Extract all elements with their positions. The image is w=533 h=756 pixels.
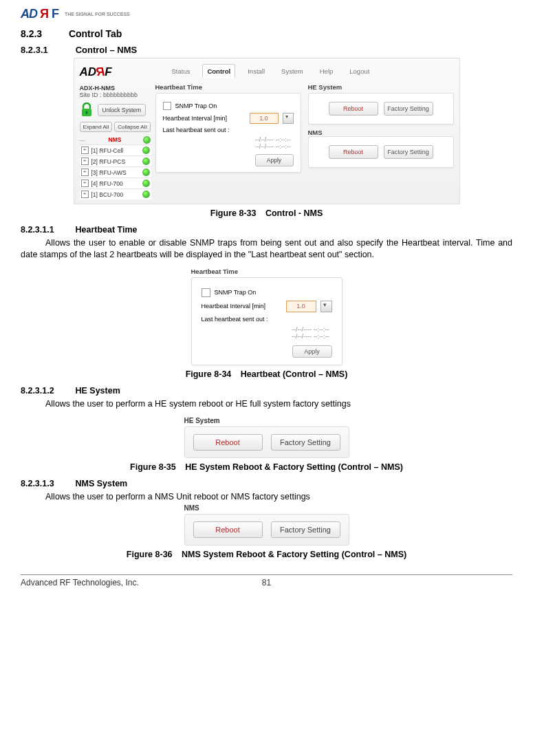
heading-number: 8.2.3.1 [21,45,73,55]
nms-factory-button[interactable]: Factory Setting [271,521,340,538]
footer-page-number: 81 [262,578,271,587]
paragraph-nms-system: Allows the user to perform a NMS Unit re… [21,491,512,503]
tab-help[interactable]: Help [316,65,338,78]
timestamp-1: --/--/---- --:--:-- [163,136,294,143]
sidebar-site-id: Site ID : bbbbbbbbbb [80,91,151,98]
sidebar: ADRF ADX-H-NMS Site ID : bbbbbbbbbb Unlo… [74,58,155,204]
he-reboot-button[interactable]: Reboot [329,102,378,116]
snmp-trap-checkbox[interactable] [202,288,210,297]
snmp-trap-checkbox[interactable] [163,102,171,110]
interval-dropdown-icon[interactable] [283,113,294,124]
he-system-section-title: HE System [308,82,454,93]
figure-caption-33: Figure 8-33 Control - NMS [21,208,512,218]
status-dot-icon [142,191,150,198]
collapse-all-button[interactable]: Collapse AII [114,122,151,132]
status-dot-icon [142,147,150,154]
he-factory-button[interactable]: Factory Setting [271,434,340,451]
apply-button[interactable]: Apply [255,154,294,166]
figure-caption-35: Figure 8-35 HE System Reboot & Factory S… [21,462,512,472]
figure-caption-36: Figure 8-36 NMS System Reboot & Factory … [21,550,512,559]
tab-install[interactable]: Install [243,65,269,78]
he-system-box: Reboot Factory Setting [184,426,349,458]
tree-item-label: [1] RFU-Cell [89,147,142,154]
figure-nms-system: NMS Reboot Factory Setting [184,504,349,546]
heading-8-2-3-1: 8.2.3.1 Control – NMS [21,45,512,55]
nms-section-title: NMS [308,129,454,136]
snmp-trap-label: SNMP Trap On [215,289,332,296]
sidebar-model: ADX-H-NMS [80,85,151,91]
he-reboot-button[interactable]: Reboot [193,434,263,451]
expand-icon[interactable]: + [81,158,89,165]
expand-icon[interactable]: + [81,147,89,154]
figure-number: Figure 8-33 [210,208,257,218]
heading-number: 8.2.3.1.3 [21,479,73,488]
he-system-title: HE System [184,417,349,426]
figure-title: Heartbeat (Control – NMS) [241,369,348,379]
heading-number: 8.2.3 [21,28,66,39]
tree-root-nms[interactable]: NMS [106,135,123,144]
figure-title: NMS System Reboot & Factory Setting (Con… [182,550,406,559]
tab-bar: Status Control Install System Help Logou… [155,61,454,82]
site-id-value: bbbbbbbbbb [103,91,138,98]
figure-caption-34: Figure 8-34 Heartbeat (Control – NMS) [21,369,512,379]
tab-system[interactable]: System [277,65,307,78]
heading-title: NMS System [75,479,127,488]
expand-icon[interactable]: + [81,191,89,198]
interval-value[interactable]: 1.0 [286,301,316,312]
last-sent-label: Last heartbeat sent out : [163,127,294,133]
expand-all-button[interactable]: Expand All [80,122,113,132]
tree-item-label: [2] RFU-PCS [89,158,142,165]
status-dot-icon [143,136,151,144]
expand-icon[interactable]: + [81,180,89,187]
heading-8-2-3-1-3: 8.2.3.1.3 NMS System [21,479,512,488]
tree-item[interactable]: +[4] RFU-700 [80,177,151,188]
timestamp-2: --/--/---- --:--:-- [163,143,294,150]
nms-system-box: Reboot Factory Setting [184,514,349,546]
figure-control-nms: ADRF ADX-H-NMS Site ID : bbbbbbbbbb Unlo… [74,58,460,204]
heading-title: Control – NMS [76,45,138,55]
interval-dropdown-icon[interactable] [320,301,332,312]
tree-item[interactable]: +[3] RFU-AWS [80,166,151,177]
page-footer: Advanced RF Technologies, Inc. 81 [21,574,512,587]
site-id-label: Site ID : [80,91,102,98]
tab-status[interactable]: Status [168,65,195,78]
timestamp-1: --/--/---- --:--:-- [202,326,332,333]
nms-reboot-button[interactable]: Reboot [329,145,378,159]
logo-slogan: THE SIGNAL FOR SUCCESS [65,12,130,17]
tab-logout[interactable]: Logout [345,65,373,78]
figure-number: Figure 8-36 [127,550,173,559]
unlock-system-button[interactable]: Unlock System [98,104,146,116]
expand-icon[interactable]: + [81,169,89,176]
tree-item-label: [3] RFU-AWS [89,169,142,176]
status-dot-icon [142,169,150,176]
interval-value[interactable]: 1.0 [250,113,279,124]
tab-control[interactable]: Control [202,64,235,78]
nms-factory-button[interactable]: Factory Setting [384,145,433,159]
figure-title: Control - NMS [265,208,323,218]
interval-label: Heartbeat Interval [min] [163,115,246,122]
heading-8-2-3-1-1: 8.2.3.1.1 Heartbeat Time [21,225,512,235]
figure-number: Figure 8-34 [186,369,232,379]
status-dot-icon [142,180,150,187]
device-tree: — NMS +[1] RFU-Cell +[2] RFU-PCS +[3] RF… [80,135,151,199]
nms-system-title: NMS [184,504,349,514]
he-factory-button[interactable]: Factory Setting [384,102,433,116]
tree-item[interactable]: +[1] BCU-700 [80,188,151,199]
figure-heartbeat: Heartbeat Time SNMP Trap On Heartbeat In… [191,268,342,365]
heading-8-2-3: 8.2.3 Control Tab [21,28,512,39]
heartbeat-box: SNMP Trap On Heartbeat Interval [min] 1.… [155,93,301,173]
tree-item[interactable]: +[2] RFU-PCS [80,155,151,166]
heading-number: 8.2.3.1.2 [21,386,73,396]
page-header-logo: ADRF THE SIGNAL FOR SUCCESS [21,7,512,21]
main-area: Status Control Install System Help Logou… [155,58,459,204]
heartbeat-title: Heartbeat Time [191,268,342,277]
paragraph-heartbeat: Allows the user to enable or disable SNM… [21,237,512,261]
status-dot-icon [142,158,150,165]
nms-reboot-button[interactable]: Reboot [193,521,263,538]
figure-number: Figure 8-35 [130,462,176,472]
figure-he-system: HE System Reboot Factory Setting [184,417,349,458]
heartbeat-box: SNMP Trap On Heartbeat Interval [min] 1.… [191,277,342,365]
tree-item[interactable]: +[1] RFU-Cell [80,144,151,155]
apply-button[interactable]: Apply [292,345,332,358]
tree-item-label: [4] RFU-700 [89,180,142,187]
